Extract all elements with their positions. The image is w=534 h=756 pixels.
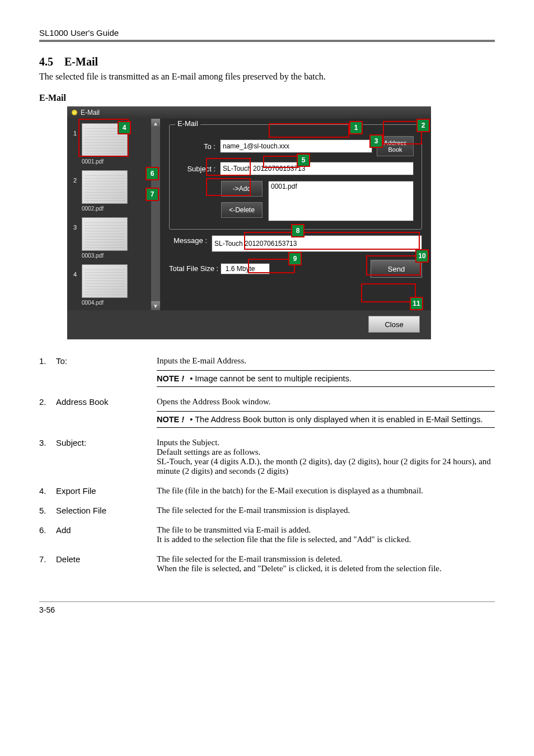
page-footer: 3-56 (39, 601, 495, 614)
callout-8: 8 (291, 224, 305, 237)
window-title: E-Mail (81, 109, 100, 116)
note-label: NOTE ! (157, 374, 184, 383)
section-title: E-Mail (64, 55, 98, 68)
definition-number: 5. (39, 506, 56, 515)
definition-term: Address Book (56, 397, 157, 407)
note-text: •Image cannot be sent to multiple recipi… (190, 374, 352, 383)
thumb-index: 3 (72, 217, 78, 231)
section-heading: 4.5 E-Mail (39, 55, 495, 68)
scroll-down-icon[interactable]: ▼ (151, 301, 160, 310)
callout-ring-message (244, 232, 420, 250)
note-label: NOTE ! (157, 415, 184, 424)
callout-ring-add (206, 158, 251, 176)
definitions-list: 1. To: Inputs the E-mail Address. NOTE !… (39, 356, 495, 573)
callout-1: 1 (349, 121, 363, 134)
thumb-label: 0001.pdf (82, 158, 104, 165)
definition-row: 3. Subject: Inputs the Subject. Default … (39, 438, 495, 476)
definition-row: 2. Address Book Opens the Address Book w… (39, 397, 495, 428)
note-box: NOTE ! •Image cannot be sent to multiple… (157, 370, 495, 387)
callout-3: 3 (369, 134, 383, 148)
delete-button[interactable]: <-Delete (221, 202, 263, 218)
callout-7: 7 (146, 188, 159, 201)
definition-number: 3. (39, 438, 56, 447)
definition-row: 7. Delete The file selected for the E-ma… (39, 554, 495, 573)
to-input[interactable] (220, 139, 372, 153)
thumb-index: 2 (72, 170, 78, 184)
header-product: SL1000 User's Guide (39, 28, 495, 38)
label-total-file-size: Total File Size : (169, 264, 218, 273)
definition-row: 1. To: Inputs the E-mail Address. NOTE !… (39, 356, 495, 387)
callout-5: 5 (297, 153, 310, 167)
definition-line: It is added to the selection file that t… (157, 535, 495, 544)
definition-row: 4. Export File The file (file in the bat… (39, 486, 495, 496)
selection-file-list[interactable]: 0001.pdf (268, 181, 414, 221)
label-message: Message : (169, 235, 207, 245)
callout-10: 10 (415, 249, 429, 263)
note-box: NOTE ! •The Address Book button is only … (157, 411, 495, 428)
thumb-image[interactable] (82, 217, 128, 251)
definition-term: To: (56, 356, 157, 366)
definition-line: Inputs the Subject. (157, 438, 495, 447)
definition-line: The file to be transmitted via E-mail is… (157, 525, 495, 535)
section-subhead: E-Mail (39, 93, 495, 103)
email-form-panel: E-Mail To : Address Book Subject : ->Add (160, 119, 431, 310)
window-titlebar: E-Mail (67, 106, 431, 119)
thumb-index: 4 (72, 264, 78, 278)
definition-line: The file (file in the batch) for the E-M… (157, 486, 495, 496)
definition-term: Add (56, 525, 157, 535)
definition-desc: The file to be transmitted via E-mail is… (157, 525, 495, 544)
definition-term: Export File (56, 486, 157, 496)
callout-ring-delete (206, 178, 251, 196)
thumb-label: 0002.pdf (82, 206, 104, 212)
definition-number: 6. (39, 525, 56, 535)
definition-term: Delete (56, 554, 157, 564)
definition-row: 5. Selection File The file selected for … (39, 506, 495, 515)
definition-line: SL-Touch, year (4 digits A.D.), the mont… (157, 457, 495, 476)
definition-line: The file selected for the E-mail transmi… (157, 554, 495, 564)
window-icon (72, 110, 77, 115)
thumb-image[interactable] (82, 170, 128, 204)
definition-term: Selection File (56, 506, 157, 515)
callout-11: 11 (410, 297, 423, 310)
definition-desc: The file (file in the batch) for the E-M… (157, 486, 495, 496)
thumb-item[interactable]: 4 0004.pdf (72, 264, 156, 298)
callout-ring-to (269, 123, 349, 138)
definition-line: Opens the Address Book window. (157, 397, 495, 407)
callout-6: 6 (146, 167, 159, 180)
thumb-item[interactable]: 2 0002.pdf (72, 170, 156, 204)
page-number: 3-56 (39, 605, 55, 614)
thumb-item[interactable]: 3 0003.pdf (72, 217, 156, 251)
definition-desc: The file selected for the E-mail transmi… (157, 554, 495, 573)
callout-ring-selfile (263, 156, 299, 168)
thumb-index: 1 (72, 123, 78, 137)
callout-9: 9 (288, 252, 302, 265)
email-screenshot: E-Mail ▲ ▼ 1 0001.pdf 2 0002.pdf (67, 106, 431, 339)
section-number: 4.5 (39, 55, 53, 68)
definition-line: When the file is selected, and "Delete" … (157, 564, 495, 573)
thumb-image[interactable] (82, 264, 128, 298)
callout-ring-send (366, 255, 421, 276)
thumb-label: 0003.pdf (82, 253, 104, 259)
email-legend: E-Mail (175, 119, 200, 128)
definition-row: 6. Add The file to be transmitted via E-… (39, 525, 495, 544)
definition-number: 1. (39, 356, 56, 366)
definition-desc: Inputs the E-mail Address. NOTE ! •Image… (157, 356, 495, 387)
close-button[interactable]: Close (368, 316, 420, 333)
callout-ring-close (361, 283, 416, 302)
definition-number: 2. (39, 397, 56, 407)
selection-file-item[interactable]: 0001.pdf (271, 183, 297, 190)
thumb-label: 0004.pdf (82, 300, 104, 306)
header-rule (39, 40, 495, 42)
section-intro: The selected file is transmitted as an E… (39, 72, 495, 82)
callout-4: 4 (118, 121, 131, 134)
label-to: To : (177, 142, 216, 151)
bottom-bar: Close (67, 310, 431, 339)
definition-line: Inputs the E-mail Address. (157, 356, 495, 366)
definition-number: 7. (39, 554, 56, 564)
definition-desc: The file selected for the E-mail transmi… (157, 506, 495, 515)
note-text: •The Address Book button is only display… (190, 415, 483, 424)
callout-2: 2 (416, 119, 430, 132)
definition-number: 4. (39, 486, 56, 496)
definition-desc: Opens the Address Book window. NOTE ! •T… (157, 397, 495, 428)
definition-term: Subject: (56, 438, 157, 447)
